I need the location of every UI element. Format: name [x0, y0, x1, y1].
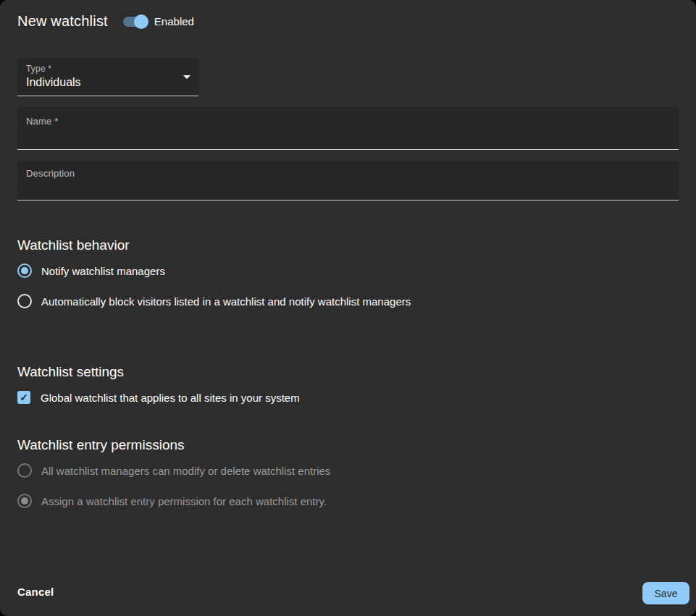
checkmark-icon: ✓ [20, 392, 28, 402]
type-select-value: Individuals [26, 76, 190, 89]
type-select[interactable]: Type * Individuals [17, 58, 198, 96]
radio-notify-watchlist-managers[interactable]: Notify watchlist managers [17, 263, 165, 278]
radio-all-managers-modify: All watchlist managers can modify or del… [17, 463, 330, 478]
description-input[interactable]: Description [17, 161, 679, 201]
radio-option-label: Notify watchlist managers [41, 265, 165, 277]
radio-dot-icon [21, 497, 28, 505]
save-button[interactable]: Save [642, 582, 689, 604]
radio-auto-block-visitors[interactable]: Automatically block visitors listed in a… [17, 294, 411, 308]
radio-dot-icon [21, 267, 28, 274]
global-watchlist-checkbox[interactable]: ✓ Global watchlist that applies to all s… [17, 391, 300, 404]
radio-option-label: Assign a watchlist entry permission for … [41, 495, 327, 507]
radio-option-label: Automatically block visitors listed in a… [41, 295, 411, 308]
description-input-label: Description [26, 168, 670, 179]
name-input-label: Name * [26, 116, 670, 127]
radio-unselected-disabled-icon [17, 463, 32, 478]
radio-assign-entry-permission: Assign a watchlist entry permission for … [17, 494, 327, 508]
permissions-section-heading: Watchlist entry permissions [17, 437, 185, 453]
radio-option-label: All watchlist managers can modify or del… [41, 465, 330, 477]
toggle-thumb-icon [134, 14, 148, 29]
name-input[interactable]: Name * [17, 107, 679, 150]
new-watchlist-dialog: New watchlist Enabled Type * Individuals… [0, 0, 696, 616]
radio-selected-disabled-icon [17, 494, 32, 508]
checkbox-label: Global watchlist that applies to all sit… [41, 392, 300, 404]
cancel-button[interactable]: Cancel [17, 586, 54, 598]
dialog-header: New watchlist Enabled [17, 13, 194, 30]
checkbox-checked-icon: ✓ [17, 391, 30, 404]
dialog-title: New watchlist [17, 13, 108, 30]
type-select-label: Type * [26, 64, 190, 74]
radio-unselected-icon [17, 294, 32, 308]
enabled-toggle[interactable] [122, 14, 147, 29]
radio-selected-icon [17, 263, 32, 278]
behavior-section-heading: Watchlist behavior [17, 237, 130, 253]
dropdown-arrow-icon [183, 75, 190, 79]
enabled-toggle-label: Enabled [154, 15, 194, 28]
settings-section-heading: Watchlist settings [17, 364, 124, 380]
